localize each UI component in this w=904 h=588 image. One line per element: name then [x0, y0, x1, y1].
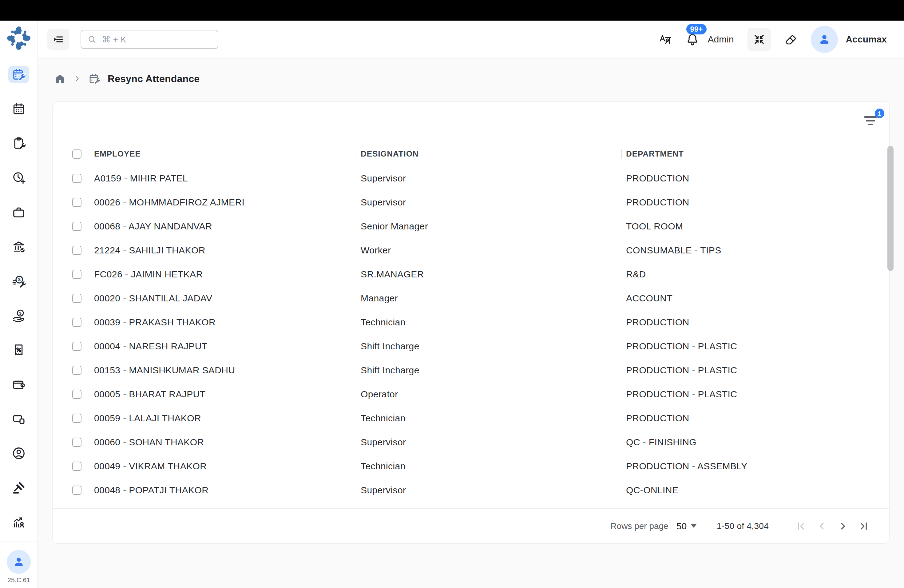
company-name: Accumax	[846, 34, 887, 44]
row-checkbox[interactable]	[72, 174, 82, 183]
search-placeholder: ⌘ + K	[102, 35, 126, 44]
next-page-button[interactable]	[836, 519, 850, 533]
employee-cell: A0159 - MIHIR PATEL	[94, 173, 361, 183]
table-row[interactable]: 00060 - SOHAN THAKOR Supervisor QC - FIN…	[52, 430, 889, 454]
table-row[interactable]: FC026 - JAIMIN HETKAR SR.MANAGER R&D	[52, 262, 889, 286]
department-cell: PRODUCTION - ASSEMBLY	[626, 461, 889, 471]
app-version: 25.C.61	[7, 576, 30, 584]
row-checkbox[interactable]	[72, 366, 82, 375]
sidebar-item-gavel[interactable]	[8, 479, 29, 496]
department-cell: R&D	[626, 269, 889, 280]
sidebar-item-briefcase[interactable]	[8, 204, 29, 221]
table-row[interactable]: 00039 - PRAKASH THAKOR Technician PRODUC…	[52, 310, 889, 334]
user-circle-icon	[12, 447, 25, 460]
department-cell: TOOL ROOM	[626, 221, 889, 232]
search-icon	[87, 35, 96, 44]
department-cell: QC - FINISHING	[626, 437, 889, 447]
svg-text:$: $	[19, 311, 22, 316]
designation-cell: Technician	[361, 461, 626, 471]
translate-icon	[659, 33, 672, 46]
table-row[interactable]: 00004 - NARESH RAJPUT Shift Incharge PRO…	[52, 334, 889, 358]
sidebar-item-clock-plus[interactable]	[8, 169, 29, 187]
column-header-designation[interactable]: DESIGNATION	[361, 149, 626, 159]
coin-wrench-icon: $	[12, 274, 25, 288]
sidebar-item-hand-coin[interactable]: $	[8, 307, 29, 324]
row-checkbox[interactable]	[72, 246, 82, 255]
table-row[interactable]: 21224 - SAHILJI THAKOR Worker CONSUMABLE…	[52, 238, 889, 262]
table-row[interactable]: 00068 - AJAY NANDANVAR Senior Manager TO…	[52, 214, 889, 238]
first-page-button[interactable]	[794, 519, 808, 533]
sidebar-item-receipt-percent[interactable]	[8, 341, 29, 359]
column-header-department[interactable]: DEPARTMENT	[626, 149, 889, 159]
sidebar-item-wallet[interactable]	[8, 376, 29, 393]
department-cell: PRODUCTION	[626, 317, 889, 327]
notifications-button[interactable]: 99+	[686, 33, 699, 46]
department-cell: CONSUMABLE - TIPS	[626, 245, 889, 256]
bell-icon	[686, 33, 699, 46]
sidebar-avatar[interactable]	[7, 550, 31, 574]
home-icon[interactable]	[54, 73, 66, 85]
sidebar-item-payout-tools[interactable]: $	[8, 272, 29, 290]
row-checkbox[interactable]	[72, 341, 82, 351]
table-row[interactable]: 00153 - MANISHKUMAR SADHU Shift Incharge…	[52, 358, 889, 382]
sidebar-item-devices[interactable]	[8, 410, 29, 427]
employee-cell: 00048 - POPATJI THAKOR	[94, 485, 361, 495]
sidebar: $ $	[0, 21, 38, 588]
department-cell: PRODUCTION	[626, 413, 889, 424]
sidebar-item-user-circle[interactable]	[8, 445, 29, 462]
employee-cell: 00060 - SOHAN THAKOR	[94, 437, 361, 447]
table-body: A0159 - MIHIR PATEL Supervisor PRODUCTIO…	[52, 166, 889, 502]
menu-open-button[interactable]	[47, 29, 70, 50]
last-page-button[interactable]	[857, 519, 871, 533]
menu-open-icon	[52, 33, 64, 45]
row-checkbox[interactable]	[72, 222, 82, 231]
gavel-icon	[12, 481, 25, 495]
row-checkbox[interactable]	[72, 270, 82, 279]
filter-button[interactable]	[864, 116, 877, 125]
sidebar-item-resync-attendance[interactable]	[8, 66, 29, 83]
table-row[interactable]: 00049 - VIKRAM THAKOR Technician PRODUCT…	[52, 454, 889, 478]
row-checkbox[interactable]	[72, 390, 82, 399]
table-row[interactable]: 00005 - BHARAT RAJPUT Operator PRODUCTIO…	[52, 382, 889, 406]
row-checkbox[interactable]	[72, 318, 82, 327]
department-cell: PRODUCTION	[626, 173, 889, 183]
row-checkbox[interactable]	[72, 198, 82, 207]
rows-per-page-caret-icon[interactable]	[691, 524, 697, 528]
designation-cell: Senior Manager	[361, 221, 626, 232]
row-checkbox[interactable]	[72, 414, 82, 423]
select-all-checkbox[interactable]	[72, 149, 82, 159]
table-row[interactable]: 00020 - SHANTILAL JADAV Manager ACCOUNT	[52, 286, 889, 310]
row-checkbox[interactable]	[72, 462, 82, 471]
sidebar-item-clipboard-tools[interactable]	[8, 135, 29, 152]
rows-per-page-label: Rows per page	[610, 521, 668, 531]
table-scrollbar[interactable]	[887, 146, 893, 271]
table-row[interactable]: 00026 - MOHMMADFIROZ AJMERI Supervisor P…	[52, 190, 889, 214]
translate-button[interactable]	[659, 33, 672, 46]
employee-cell: 00059 - LALAJI THAKOR	[94, 413, 361, 424]
table-row[interactable]: A0159 - MIHIR PATEL Supervisor PRODUCTIO…	[52, 166, 889, 190]
rows-per-page-value[interactable]: 50	[676, 521, 687, 531]
table-row[interactable]: 00048 - POPATJI THAKOR Supervisor QC-ONL…	[52, 478, 889, 502]
pagination-bar: Rows per page 50 1-50 of 4,304	[52, 509, 889, 544]
table-row[interactable]: 00059 - LALAJI THAKOR Technician PRODUCT…	[52, 406, 889, 430]
app-logo[interactable]	[6, 25, 32, 51]
sidebar-item-growth-report[interactable]	[8, 514, 29, 531]
prev-page-button[interactable]	[815, 519, 829, 533]
chart-person-icon	[12, 515, 25, 529]
eraser-button[interactable]	[784, 33, 797, 46]
breadcrumb: Resync Attendance	[54, 69, 199, 89]
designation-cell: SR.MANAGER	[361, 269, 626, 280]
collapse-view-button[interactable]	[748, 28, 771, 51]
sidebar-item-bank-approved[interactable]	[8, 238, 29, 255]
user-avatar[interactable]	[811, 26, 838, 53]
row-checkbox[interactable]	[72, 485, 82, 495]
calendar-icon	[12, 102, 25, 115]
row-checkbox[interactable]	[72, 294, 82, 303]
sidebar-item-calendar[interactable]	[8, 100, 29, 117]
row-checkbox[interactable]	[72, 438, 82, 447]
table-header-row: EMPLOYEE DESIGNATION DEPARTMENT	[52, 142, 889, 166]
search-input[interactable]: ⌘ + K	[81, 30, 218, 49]
collapse-icon	[753, 33, 765, 46]
department-cell: PRODUCTION - PLASTIC	[626, 341, 889, 351]
column-header-employee[interactable]: EMPLOYEE	[94, 149, 361, 159]
